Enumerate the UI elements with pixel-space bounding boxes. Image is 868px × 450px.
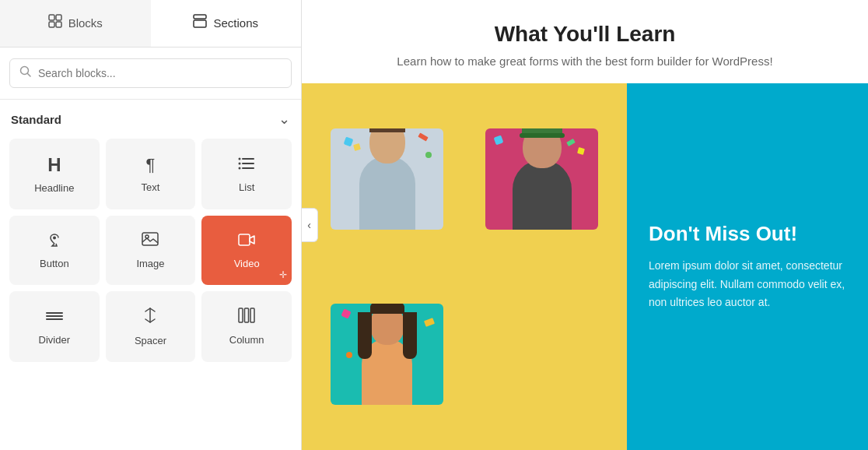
block-list[interactable]: List (201, 139, 292, 209)
svg-line-7 (28, 74, 31, 77)
list-icon (238, 155, 255, 175)
empty-cell (485, 304, 598, 405)
block-divider[interactable]: Divider (9, 291, 100, 362)
blocks-grid: H Headline ¶ Text List (0, 135, 301, 365)
tab-blocks-label: Blocks (68, 16, 103, 30)
block-text-label: Text (142, 181, 160, 193)
block-column-label: Column (229, 334, 264, 346)
yellow-section (302, 83, 627, 450)
block-spacer-label: Spacer (135, 335, 166, 346)
person-image-2 (485, 128, 598, 230)
svg-rect-15 (142, 233, 158, 245)
svg-rect-23 (250, 308, 254, 322)
svg-rect-22 (245, 308, 249, 322)
block-image[interactable]: Image (106, 216, 196, 285)
content-subtext: Learn how to make great forms with the b… (333, 54, 837, 68)
block-text[interactable]: ¶ Text (106, 139, 196, 209)
block-column[interactable]: Column (201, 291, 292, 362)
video-icon (238, 231, 255, 251)
text-icon: ¶ (146, 155, 156, 175)
standard-section-title: Standard (11, 113, 61, 126)
svg-rect-17 (239, 234, 250, 245)
block-headline-label: Headline (34, 182, 74, 194)
teal-section: Don't Miss Out! Lorem ipsum dolor sit am… (627, 83, 868, 450)
drag-icon: ✛ (279, 269, 287, 280)
search-input[interactable] (38, 67, 282, 79)
right-panel: ‹ What You'll Learn Learn how to make gr… (302, 0, 868, 450)
svg-point-13 (239, 167, 241, 170)
button-icon (46, 231, 63, 251)
teal-heading: Don't Miss Out! (649, 222, 846, 246)
person-image-1 (331, 128, 443, 230)
block-divider-label: Divider (39, 334, 70, 346)
tab-blocks[interactable]: Blocks (0, 0, 151, 47)
svg-rect-1 (56, 15, 61, 20)
person-image-3 (331, 304, 443, 405)
block-spacer[interactable]: Spacer (106, 291, 196, 362)
blocks-icon (48, 14, 62, 31)
tab-sections[interactable]: Sections (151, 0, 302, 47)
block-list-label: List (239, 181, 254, 193)
column-icon (238, 308, 255, 328)
search-box[interactable] (9, 58, 292, 88)
block-video[interactable]: Video ✛ (201, 216, 292, 285)
teal-body: Lorem ipsum dolor sit amet, consectetur … (649, 257, 846, 311)
spacer-icon (142, 307, 159, 329)
content-heading: What You'll Learn (333, 22, 837, 47)
image-icon (142, 231, 159, 251)
svg-rect-2 (49, 22, 54, 27)
divider-icon (46, 308, 63, 328)
svg-point-12 (239, 163, 241, 165)
svg-rect-4 (194, 15, 206, 19)
tab-sections-label: Sections (213, 16, 258, 30)
sections-icon (193, 14, 207, 31)
standard-section-header[interactable]: Standard ⌄ (0, 100, 301, 135)
block-button[interactable]: Button (9, 216, 100, 285)
search-icon (19, 65, 32, 81)
chevron-down-icon: ⌄ (278, 111, 290, 128)
svg-rect-21 (239, 308, 243, 322)
collapse-panel-button[interactable]: ‹ (302, 208, 318, 242)
left-panel: Blocks Sections Standard ⌄ (0, 0, 302, 450)
block-headline[interactable]: H Headline (9, 139, 100, 209)
svg-rect-5 (194, 20, 206, 27)
headline-icon: H (47, 154, 61, 176)
svg-point-14 (53, 237, 56, 240)
svg-rect-0 (49, 15, 54, 20)
search-section (0, 47, 301, 100)
svg-point-11 (239, 158, 241, 160)
content-top: What You'll Learn Learn how to make grea… (302, 0, 868, 83)
block-image-label: Image (136, 258, 164, 269)
block-video-label: Video (234, 258, 260, 269)
block-button-label: Button (40, 258, 69, 269)
svg-rect-3 (56, 22, 61, 27)
content-bottom: Don't Miss Out! Lorem ipsum dolor sit am… (302, 83, 868, 450)
tabs-bar: Blocks Sections (0, 0, 301, 47)
